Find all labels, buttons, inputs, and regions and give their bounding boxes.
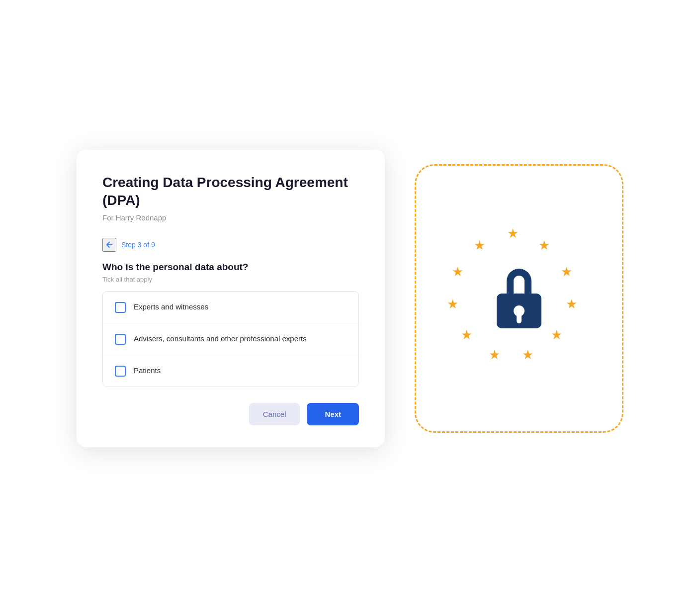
svg-text:★: ★ — [551, 327, 562, 342]
svg-text:★: ★ — [538, 238, 550, 253]
svg-text:★: ★ — [561, 264, 572, 279]
option-advisers-consultants[interactable]: Advisers, consultants and other professi… — [103, 323, 358, 355]
question-hint: Tick all that apply — [102, 276, 359, 283]
dialog-card: Creating Data Processing Agreement (DPA)… — [77, 150, 385, 448]
option-label-advisers-consultants: Advisers, consultants and other professi… — [134, 333, 307, 345]
lock-icon — [492, 269, 546, 328]
svg-text:★: ★ — [474, 238, 485, 253]
next-button[interactable]: Next — [307, 403, 359, 425]
step-label: Step 3 of 9 — [121, 241, 155, 249]
svg-text:★: ★ — [522, 347, 533, 362]
cancel-button[interactable]: Cancel — [249, 403, 300, 425]
svg-text:★: ★ — [489, 347, 500, 362]
back-button[interactable] — [102, 238, 116, 252]
checkbox-experts-witnesses[interactable] — [115, 302, 126, 313]
options-list: Experts and witnesses Advisers, consulta… — [102, 291, 359, 387]
option-label-experts-witnesses: Experts and witnesses — [134, 301, 208, 313]
svg-text:★: ★ — [452, 264, 463, 279]
svg-text:★: ★ — [507, 226, 519, 241]
option-patients[interactable]: Patients — [103, 355, 358, 387]
lock-shackle — [507, 269, 531, 294]
dialog-subtitle: For Harry Rednapp — [102, 213, 359, 222]
lock-decoration: ★ ★ ★ ★ ★ ★ ★ ★ ★ ★ ★ — [435, 214, 604, 383]
lock-keyhole — [514, 305, 525, 316]
checkbox-advisers-consultants[interactable] — [115, 334, 126, 345]
dialog-title: Creating Data Processing Agreement (DPA) — [102, 174, 359, 210]
svg-text:★: ★ — [447, 297, 458, 311]
option-experts-witnesses[interactable]: Experts and witnesses — [103, 292, 358, 323]
svg-text:★: ★ — [566, 297, 577, 311]
svg-text:★: ★ — [461, 327, 472, 342]
dialog-actions: Cancel Next — [102, 403, 359, 425]
step-navigation: Step 3 of 9 — [102, 238, 359, 252]
option-label-patients: Patients — [134, 365, 161, 377]
checkbox-patients[interactable] — [115, 366, 126, 377]
question-title: Who is the personal data about? — [102, 262, 359, 273]
lock-body — [497, 294, 541, 328]
scene: ★ ★ ★ ★ ★ ★ ★ ★ ★ ★ ★ Creating Data Proc… — [77, 85, 623, 512]
